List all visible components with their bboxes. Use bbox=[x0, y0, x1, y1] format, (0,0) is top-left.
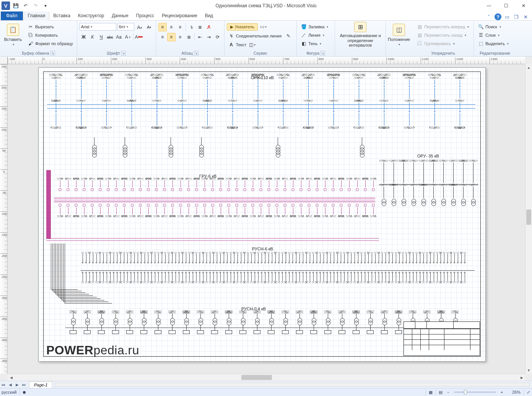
tab-home[interactable]: Главная bbox=[24, 11, 50, 21]
align-middle-button[interactable]: ≡ bbox=[167, 23, 176, 31]
app-icon[interactable]: V bbox=[2, 2, 10, 10]
ruler-vertical[interactable]: 250200150100500-50-100-150-200-250-300-3… bbox=[0, 64, 8, 374]
macro-record-button[interactable]: ⏺ bbox=[20, 389, 26, 395]
zoom-in-button[interactable]: + bbox=[499, 390, 504, 394]
scroll-right-button[interactable]: ▶ bbox=[518, 374, 525, 381]
zoom-value[interactable]: 26% bbox=[508, 390, 521, 394]
font-size-grow-icon[interactable]: A▾ bbox=[124, 33, 132, 41]
ruler-corner[interactable] bbox=[0, 57, 8, 64]
text-tool-button[interactable]: AТекст◫▾ bbox=[227, 41, 258, 49]
scroll-down-button[interactable]: ▼ bbox=[525, 367, 532, 374]
cut-button[interactable]: ✂Вырезать bbox=[26, 23, 75, 31]
line-button[interactable]: ／Линия▾ bbox=[299, 31, 326, 39]
horizontal-scrollbar[interactable]: ◀ ▶ bbox=[8, 374, 525, 381]
align-right-button[interactable]: ≡ bbox=[176, 33, 184, 41]
connector-tool-button[interactable]: ↯Соединительная линия✎ bbox=[227, 32, 294, 40]
bold-button[interactable]: Ж bbox=[80, 33, 88, 41]
rectangle-tool-button[interactable]: ▭▾ bbox=[259, 23, 268, 31]
ribbon-display-options[interactable]: ▭ bbox=[504, 13, 511, 20]
select-button[interactable]: ⬚Выделить▾ bbox=[476, 40, 510, 47]
tab-process[interactable]: Процесс bbox=[132, 11, 158, 20]
dialog-launcher-icon[interactable]: ↘ bbox=[121, 51, 126, 55]
hscroll-thumb[interactable] bbox=[241, 375, 272, 380]
align-center-button[interactable]: ≡ bbox=[167, 33, 176, 41]
bullets-button[interactable]: ≣ bbox=[196, 23, 204, 31]
align-top-button[interactable]: ≡ bbox=[158, 23, 167, 31]
italic-button[interactable]: К bbox=[88, 33, 97, 41]
window-restore-icon[interactable]: ❐ bbox=[513, 13, 520, 20]
layers-button[interactable]: ☰Слои▾ bbox=[476, 31, 501, 39]
copy-button[interactable]: ⿻Копировать bbox=[26, 31, 75, 39]
status-language[interactable]: русский bbox=[2, 390, 16, 394]
page-tabs-scroll[interactable] bbox=[55, 383, 530, 386]
justify-button[interactable]: ≣ bbox=[185, 33, 193, 41]
pointer-tool-button[interactable]: ▶Указатель bbox=[227, 23, 258, 31]
dialog-launcher-icon[interactable]: ↘ bbox=[50, 51, 55, 55]
ruler-horizontal[interactable]: -100010020030040050060070080090010001100… bbox=[8, 57, 525, 64]
auto-align-button[interactable]: ⊞ Автовыравнивание и определение интерва… bbox=[337, 21, 383, 48]
tab-review[interactable]: Рецензирование bbox=[158, 11, 201, 20]
vscroll-thumb[interactable] bbox=[526, 209, 531, 225]
clear-format-button[interactable]: A̸ bbox=[205, 23, 213, 31]
close-button[interactable]: ✕ bbox=[515, 0, 532, 11]
ribbon-minimize-button[interactable]: ˆ bbox=[485, 13, 492, 20]
find-button[interactable]: 🔍Поиск▾ bbox=[476, 23, 502, 31]
page-tab-1[interactable]: Page-1 bbox=[29, 381, 52, 388]
fill-button[interactable]: 🪣Заливка▾ bbox=[299, 23, 330, 31]
normal-view-button[interactable]: ▤ bbox=[436, 389, 443, 395]
crop-tool-button[interactable]: ◫▾ bbox=[248, 41, 256, 49]
font-family-combo[interactable]: Arial▾ bbox=[80, 23, 116, 31]
help-button[interactable]: ? bbox=[495, 13, 501, 20]
strike-button[interactable]: abc bbox=[106, 33, 114, 41]
vertical-scrollbar[interactable]: ▲ ▼ bbox=[525, 64, 532, 374]
underline-button[interactable]: Ч bbox=[97, 33, 106, 41]
qat-redo-button[interactable]: ↷ bbox=[31, 2, 40, 10]
position-button[interactable]: ◫ Положение▾ bbox=[388, 21, 410, 48]
tab-file[interactable]: Файл bbox=[1, 11, 23, 20]
qat-undo-button[interactable]: ↶ bbox=[21, 2, 30, 10]
align-left-button[interactable]: ≡ bbox=[158, 33, 167, 41]
tab-data[interactable]: Данные bbox=[108, 11, 132, 20]
scroll-left-button[interactable]: ◀ bbox=[8, 374, 15, 381]
paste-icon: 📋 bbox=[7, 24, 19, 36]
zoom-slider-thumb[interactable] bbox=[464, 390, 467, 394]
dialog-launcher-icon[interactable]: ↘ bbox=[194, 51, 198, 55]
tab-insert[interactable]: Вставка bbox=[49, 11, 74, 20]
canvas-viewport[interactable]: ОРУ-110 кВ ОРУ- 35 кВ ГРУ-6 кВ РУСН-6 кВ… bbox=[8, 64, 525, 374]
zoom-out-button[interactable]: − bbox=[446, 390, 451, 394]
page-prev-button[interactable]: ◀ bbox=[7, 381, 14, 388]
shadow-button[interactable]: ◧Тень▾ bbox=[299, 40, 323, 47]
rotate-text-button[interactable]: ⟳ bbox=[213, 33, 222, 41]
zoom-slider[interactable] bbox=[454, 391, 496, 393]
page-first-button[interactable]: ⏮ bbox=[0, 381, 7, 388]
dialog-launcher-icon[interactable]: ↘ bbox=[321, 51, 325, 55]
tab-view[interactable]: Вид bbox=[201, 11, 217, 20]
increase-indent-button[interactable]: ⇥ bbox=[205, 33, 213, 41]
freeform-tool-button[interactable]: ✎ bbox=[284, 32, 293, 40]
minimize-button[interactable]: — bbox=[480, 0, 498, 11]
fit-to-window-button[interactable]: ⤢ bbox=[524, 389, 530, 395]
paste-button[interactable]: 📋 Вставить ▾ bbox=[2, 21, 24, 48]
page-last-button[interactable]: ⏭ bbox=[21, 381, 28, 388]
presentation-mode-button[interactable]: ▦ bbox=[426, 389, 433, 395]
scroll-up-button[interactable]: ▲ bbox=[525, 64, 532, 71]
font-color-button[interactable]: A bbox=[135, 33, 143, 41]
decrease-indent-button[interactable]: ⇤ bbox=[196, 33, 204, 41]
drawing-page[interactable]: ОРУ-110 кВ ОРУ- 35 кВ ГРУ-6 кВ РУСН-6 кВ… bbox=[38, 67, 486, 362]
tab-design[interactable]: Конструктор bbox=[74, 11, 108, 20]
shrink-font-button[interactable]: A▾ bbox=[145, 23, 153, 31]
send-backward-button[interactable]: ▥Переместить назад▾ bbox=[415, 31, 468, 39]
text-direction-button[interactable]: ↴ bbox=[187, 23, 195, 31]
window-close-small[interactable]: ✕ bbox=[522, 13, 529, 20]
format-painter-button[interactable]: 🖌Формат по образцу bbox=[26, 40, 75, 47]
group-button[interactable]: ⿴Группировать▾ bbox=[415, 40, 456, 47]
grow-font-button[interactable]: A▴ bbox=[135, 23, 144, 31]
font-size-combo[interactable]: 6пт▾ bbox=[117, 23, 134, 31]
change-case-button[interactable]: Aa bbox=[115, 33, 123, 41]
bring-forward-button[interactable]: ▤Переместить вперед▾ bbox=[415, 23, 470, 31]
maximize-button[interactable]: ☐ bbox=[498, 0, 515, 11]
qat-customize-button[interactable]: ▾ bbox=[41, 2, 50, 10]
page-next-button[interactable]: ▶ bbox=[14, 381, 21, 388]
align-bottom-button[interactable]: ≡ bbox=[176, 23, 184, 31]
qat-save-button[interactable]: 💾 bbox=[11, 2, 20, 10]
